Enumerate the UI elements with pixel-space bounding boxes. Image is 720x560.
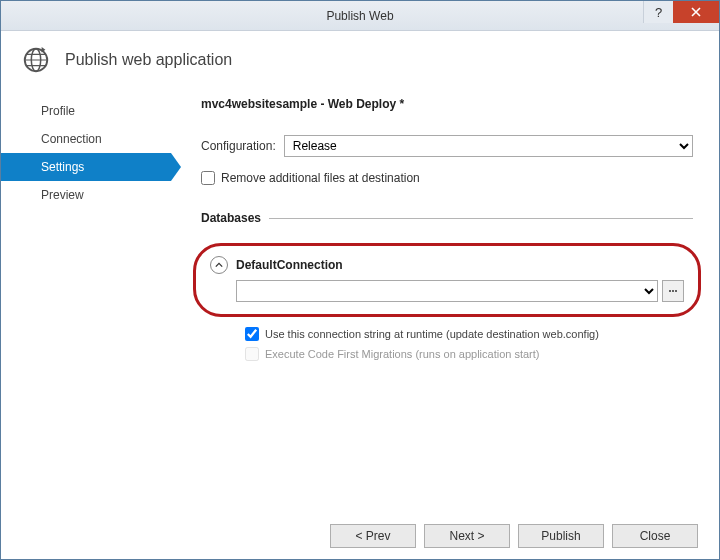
sidebar-item-connection[interactable]: Connection [1, 125, 171, 153]
remove-files-checkbox[interactable] [201, 171, 215, 185]
ellipsis-icon [668, 286, 678, 296]
execute-codefirst-label: Execute Code First Migrations (runs on a… [265, 348, 540, 360]
svg-point-3 [672, 290, 674, 292]
sidebar-item-settings[interactable]: Settings [1, 153, 171, 181]
prev-button[interactable]: < Prev [330, 524, 416, 548]
chevron-up-icon [215, 261, 223, 269]
publish-button[interactable]: Publish [518, 524, 604, 548]
dialog-header: Publish web application [1, 31, 719, 97]
main-panel: mvc4websitesample - Web Deploy * Configu… [171, 97, 719, 367]
window-title: Publish Web [326, 9, 393, 23]
close-button[interactable]: Close [612, 524, 698, 548]
sidebar-item-preview[interactable]: Preview [1, 181, 171, 209]
connection-name: DefaultConnection [236, 258, 343, 272]
next-button[interactable]: Next > [424, 524, 510, 548]
execute-codefirst-checkbox [245, 347, 259, 361]
collapse-toggle[interactable] [210, 256, 228, 274]
page-title: mvc4websitesample - Web Deploy * [201, 97, 693, 111]
section-divider [269, 218, 693, 219]
connection-string-select[interactable] [236, 280, 658, 302]
titlebar: Publish Web ? [1, 1, 719, 31]
svg-point-2 [669, 290, 671, 292]
connection-browse-button[interactable] [662, 280, 684, 302]
header-title: Publish web application [65, 51, 232, 69]
configuration-label: Configuration: [201, 139, 276, 153]
configuration-select[interactable]: Release [284, 135, 693, 157]
use-connection-runtime-checkbox[interactable] [245, 327, 259, 341]
help-button[interactable]: ? [643, 1, 673, 23]
window-controls: ? [643, 1, 719, 23]
svg-point-4 [675, 290, 677, 292]
footer-buttons: < Prev Next > Publish Close [330, 524, 698, 548]
sidebar: Profile Connection Settings Preview [1, 97, 171, 367]
databases-section-label: Databases [201, 211, 261, 225]
close-window-button[interactable] [673, 1, 719, 23]
sidebar-item-profile[interactable]: Profile [1, 97, 171, 125]
connection-callout: DefaultConnection [193, 243, 701, 317]
remove-files-label: Remove additional files at destination [221, 171, 420, 185]
globe-icon [21, 45, 51, 75]
use-connection-runtime-label: Use this connection string at runtime (u… [265, 328, 599, 340]
